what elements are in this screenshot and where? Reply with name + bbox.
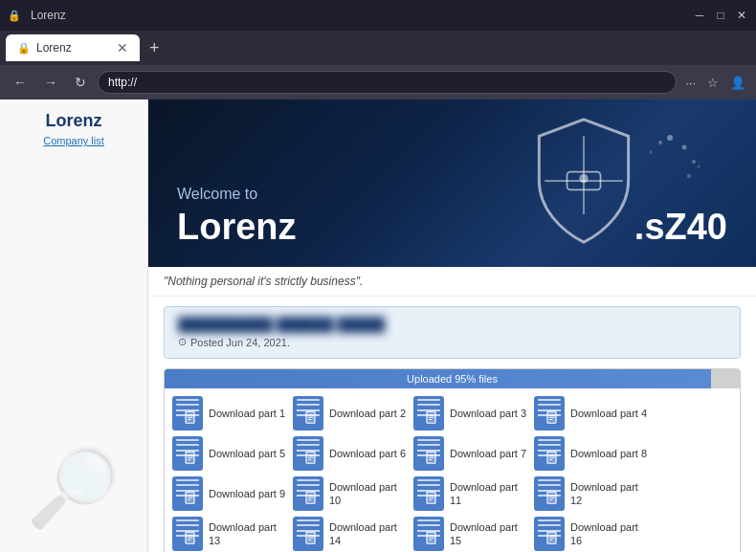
minimize-button[interactable]: ─ (693, 9, 706, 22)
download-label-1: Download part 1 (209, 407, 285, 420)
doc-icon-14 (293, 517, 323, 551)
menu-icon[interactable]: ··· (682, 74, 699, 92)
upload-bar-label: Uploaded 95% files (407, 373, 498, 385)
doc-icon-6 (293, 436, 323, 471)
svg-point-9 (658, 141, 662, 144)
download-item-15[interactable]: Download part 15 (413, 517, 528, 551)
download-label-3: Download part 3 (450, 407, 526, 420)
company-card: ██████████ ██████ █████ ⊙ Posted Jun 24,… (164, 306, 741, 359)
download-item-9[interactable]: Download part 9 (172, 476, 287, 511)
svg-point-10 (650, 151, 653, 154)
hero-extension: .sZ40 (634, 207, 727, 248)
download-label-13: Download part 13 (209, 520, 287, 548)
back-button[interactable]: ← (8, 73, 33, 92)
download-label-9: Download part 9 (209, 487, 285, 500)
forward-button[interactable]: → (38, 73, 63, 92)
download-label-11: Download part 11 (450, 480, 528, 508)
doc-icon-3 (413, 396, 444, 431)
hero-dots (632, 128, 708, 189)
download-item-2[interactable]: Download part 2 (293, 396, 408, 431)
download-item-11[interactable]: Download part 11 (413, 476, 528, 511)
doc-icon-11 (413, 476, 444, 511)
browser-chrome: 🔒 Lorenz ─ □ ✕ 🔒 Lorenz ✕ + ← → ↻ ··· ☆ … (0, 0, 756, 99)
svg-point-8 (698, 166, 700, 168)
svg-point-7 (687, 174, 691, 178)
tab-label: Lorenz (36, 41, 72, 55)
doc-icon-13 (172, 517, 203, 551)
star-icon[interactable]: ☆ (704, 74, 722, 92)
download-item-6[interactable]: Download part 6 (293, 436, 408, 471)
quote-section: "Nothing personal it's strictly business… (148, 267, 756, 297)
doc-icon-16 (534, 517, 565, 551)
doc-icon-10 (293, 476, 323, 511)
download-item-13[interactable]: Download part 13 (172, 517, 287, 551)
svg-point-4 (667, 135, 673, 141)
page-wrapper: Lorenz Company list 🔍 Welcome to Lorenz … (0, 99, 756, 552)
download-label-10: Download part 10 (329, 480, 408, 508)
doc-icon-4 (534, 396, 565, 431)
posted-date-text: Posted Jun 24, 2021. (190, 337, 290, 348)
sidebar-watermark: 🔍 (0, 443, 148, 533)
url-bar[interactable] (98, 71, 677, 94)
download-label-5: Download part 5 (209, 447, 285, 460)
company-list-link[interactable]: Company list (11, 135, 136, 146)
doc-icon-1 (172, 396, 203, 431)
svg-point-6 (692, 160, 696, 164)
download-item-12[interactable]: Download part 12 (534, 476, 649, 511)
favicon-icon: 🔒 (8, 10, 21, 22)
doc-icon-15 (413, 517, 444, 551)
close-button[interactable]: ✕ (735, 9, 748, 22)
hero-title: Lorenz (177, 207, 297, 248)
doc-icon-5 (172, 436, 203, 471)
download-section: Uploaded 95% files Download part 1 (164, 368, 741, 552)
sidebar-logo: Lorenz (11, 111, 136, 131)
magnifier-watermark-icon: 🔍 (26, 443, 122, 533)
download-item-7[interactable]: Download part 7 (413, 436, 528, 471)
download-item-1[interactable]: Download part 1 (172, 396, 287, 431)
nav-icons: ··· ☆ 👤 (682, 74, 748, 92)
maximize-button[interactable]: □ (714, 9, 727, 22)
download-label-8: Download part 8 (570, 447, 647, 460)
posted-date: ⊙ Posted Jun 24, 2021. (178, 336, 726, 348)
download-label-6: Download part 6 (329, 447, 406, 460)
hero-welcome: Welcome to (177, 186, 297, 203)
download-item-14[interactable]: Download part 14 (293, 517, 408, 551)
download-label-15: Download part 15 (450, 520, 528, 548)
doc-icon-7 (413, 436, 444, 471)
download-label-14: Download part 14 (329, 520, 408, 548)
window-title: Lorenz (31, 9, 66, 22)
download-item-5[interactable]: Download part 5 (172, 436, 287, 471)
hero-text: Welcome to Lorenz (177, 186, 297, 248)
download-label-7: Download part 7 (450, 447, 526, 460)
doc-icon-2 (293, 396, 323, 431)
doc-icon-9 (172, 476, 203, 511)
svg-point-3 (579, 174, 588, 183)
doc-icon-12 (534, 476, 565, 511)
download-item-10[interactable]: Download part 10 (293, 476, 408, 511)
sidebar: Lorenz Company list 🔍 (0, 99, 148, 552)
tab-close-button[interactable]: ✕ (117, 40, 128, 55)
hero-banner: Welcome to Lorenz .sZ40 (148, 99, 756, 267)
profile-icon[interactable]: 👤 (727, 74, 748, 92)
main-content: Welcome to Lorenz .sZ40 (148, 99, 756, 552)
download-grid: Download part 1 Download part 2 (165, 388, 740, 552)
hero-shield-icon (526, 114, 641, 252)
new-tab-button[interactable]: + (144, 38, 166, 58)
doc-icon-8 (534, 436, 565, 471)
tab-favicon: 🔒 (17, 42, 31, 55)
download-label-12: Download part 12 (570, 480, 649, 508)
refresh-button[interactable]: ↻ (69, 73, 92, 92)
svg-point-5 (682, 145, 687, 150)
active-tab[interactable]: 🔒 Lorenz ✕ (6, 34, 140, 61)
download-label-16: Download part 16 (570, 520, 649, 548)
download-item-4[interactable]: Download part 4 (534, 396, 649, 431)
download-item-8[interactable]: Download part 8 (534, 436, 649, 471)
clock-icon: ⊙ (178, 336, 187, 348)
nav-bar: ← → ↻ ··· ☆ 👤 (0, 65, 756, 99)
window-controls: ─ □ ✕ (693, 9, 748, 22)
download-item-16[interactable]: Download part 16 (534, 517, 649, 551)
download-item-3[interactable]: Download part 3 (413, 396, 528, 431)
company-name: ██████████ ██████ █████ (178, 317, 726, 332)
download-label-4: Download part 4 (570, 407, 647, 420)
upload-bar-header: Uploaded 95% files (165, 369, 740, 388)
